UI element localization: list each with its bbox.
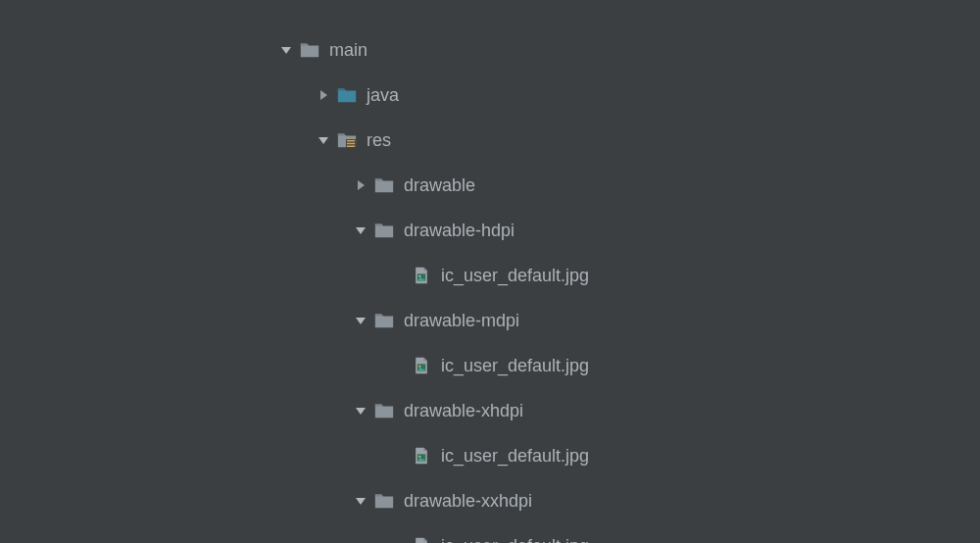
tree-label: drawable bbox=[404, 175, 475, 196]
tree-row-file[interactable]: ic_user_default.jpg bbox=[0, 343, 980, 388]
tree-label: drawable-hdpi bbox=[404, 221, 514, 241]
image-file-icon bbox=[410, 444, 433, 468]
folder-icon bbox=[372, 399, 396, 422]
expand-arrow-icon[interactable] bbox=[349, 224, 372, 236]
collapse-arrow-icon[interactable] bbox=[312, 89, 335, 101]
tree-row-drawable-mdpi[interactable]: drawable-mdpi bbox=[0, 298, 980, 343]
tree-row-drawable[interactable]: drawable bbox=[0, 163, 980, 208]
tree-label: drawable-mdpi bbox=[404, 311, 519, 331]
folder-icon bbox=[372, 309, 396, 332]
tree-label: ic_user_default.jpg bbox=[441, 266, 589, 286]
tree-row-java[interactable]: java bbox=[0, 73, 980, 118]
tree-label: drawable-xxhdpi bbox=[404, 491, 532, 512]
folder-icon bbox=[372, 219, 396, 242]
tree-row-main[interactable]: main bbox=[0, 27, 980, 73]
tree-label: main bbox=[329, 40, 368, 61]
tree-label: ic_user_default.jpg bbox=[441, 536, 589, 544]
folder-icon bbox=[372, 173, 396, 197]
expand-arrow-icon[interactable] bbox=[274, 44, 298, 56]
image-file-icon bbox=[410, 264, 433, 287]
tree-row-drawable-xxhdpi[interactable]: drawable-xxhdpi bbox=[0, 478, 980, 523]
tree-label: res bbox=[367, 130, 391, 151]
expand-arrow-icon[interactable] bbox=[349, 495, 372, 507]
image-file-icon bbox=[410, 354, 433, 377]
folder-icon bbox=[298, 38, 321, 62]
tree-row-drawable-hdpi[interactable]: drawable-hdpi bbox=[0, 208, 980, 253]
expand-arrow-icon[interactable] bbox=[349, 315, 372, 326]
tree-label: java bbox=[367, 85, 399, 106]
tree-row-res[interactable]: res bbox=[0, 118, 980, 163]
collapse-arrow-icon[interactable] bbox=[349, 179, 372, 191]
tree-row-file[interactable]: ic_user_default.jpg bbox=[0, 523, 980, 543]
tree-row-file[interactable]: ic_user_default.jpg bbox=[0, 253, 980, 298]
expand-arrow-icon[interactable] bbox=[312, 134, 335, 146]
tree-label: ic_user_default.jpg bbox=[441, 356, 589, 376]
tree-row-drawable-xhdpi[interactable]: drawable-xhdpi bbox=[0, 388, 980, 433]
tree-row-file[interactable]: ic_user_default.jpg bbox=[0, 433, 980, 478]
folder-icon bbox=[335, 83, 359, 107]
tree-label: ic_user_default.jpg bbox=[441, 446, 589, 467]
tree-label: drawable-xhdpi bbox=[404, 401, 523, 421]
resource-folder-icon bbox=[335, 128, 359, 152]
expand-arrow-icon[interactable] bbox=[349, 405, 372, 417]
image-file-icon bbox=[410, 534, 433, 543]
folder-icon bbox=[372, 489, 396, 513]
